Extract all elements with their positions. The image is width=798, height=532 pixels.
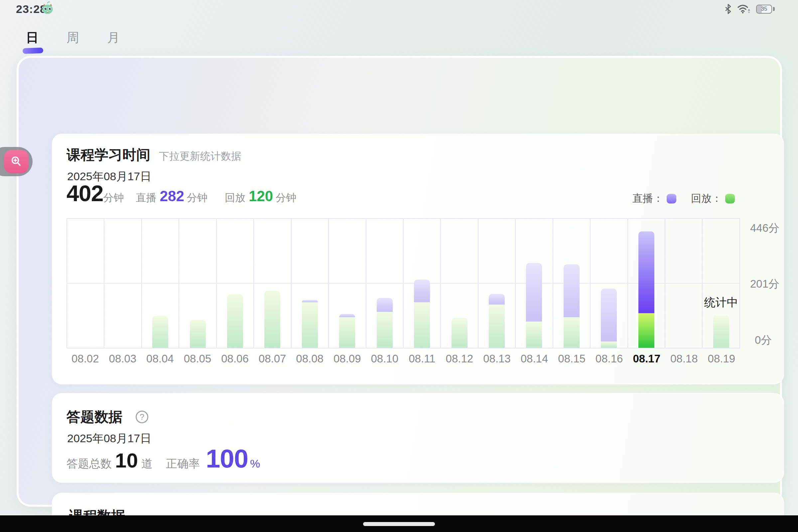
bar-segment-playback-08.09 [339,317,355,348]
bar-08.04[interactable] [152,316,168,348]
battery-percent: 35 [757,5,772,13]
legend-live-swatch [667,194,676,204]
bar-segment-playback-08.07 [264,291,280,348]
bar-segment-live-08.11 [414,280,430,302]
bar-segment-live-08.08 [302,300,318,302]
playback-label: 回放 [225,191,245,205]
bar-08.09[interactable] [339,314,355,348]
bar-segment-playback-08.05 [190,320,206,348]
legend-playback: 回放： [691,191,735,206]
bar-segment-playback-08.19 [713,316,729,348]
tab-month[interactable]: 月 [107,29,120,54]
y-tick-zero: 0分 [755,333,772,348]
x-label-08.19: 08.19 [703,353,740,365]
bar-08.17[interactable] [639,231,654,348]
x-label-08.17: 08.17 [628,353,665,365]
bar-segment-playback-08.11 [414,302,430,348]
home-indicator[interactable] [363,522,435,526]
active-tab-underline [23,48,43,54]
bar-08.11[interactable] [414,280,430,348]
answer-total-label: 答题总数 [66,456,112,472]
bar-segment-live-08.13 [489,294,505,304]
answer-stats-row: 答题总数 10 道 正确率 100 % [66,443,260,474]
bar-segment-playback-08.15 [564,317,580,348]
bar-segment-live-08.15 [564,264,580,317]
x-label-08.13: 08.13 [478,353,516,365]
bar-08.15[interactable] [564,264,580,348]
chart-legend: 直播： 回放： [632,191,735,206]
bar-segment-playback-08.12 [452,318,468,348]
tab-day[interactable]: 日 [26,29,39,54]
bluetooth-icon [724,4,732,14]
study-time-card: 课程学习时间 下拉更新统计数据 2025年08月17日 402 分钟 直播 28… [52,134,784,384]
bar-segment-playback-08.06 [227,294,243,348]
accuracy-value: 100 [206,443,248,474]
zoom-search-button[interactable] [4,150,28,173]
accuracy-unit: % [250,457,260,470]
bar-segment-playback-08.17 [639,313,654,348]
bar-segment-live-08.09 [339,314,355,317]
bar-segment-playback-08.16 [601,341,617,348]
x-label-08.08: 08.08 [291,353,328,365]
x-label-08.10: 08.10 [366,353,404,365]
bar-08.07[interactable] [264,291,280,348]
chart-plot: 统计中 [66,218,740,348]
x-label-08.16: 08.16 [590,353,628,365]
answer-data-card: 答题数据 ? 2025年08月17日 答题总数 10 道 正确率 100 % [52,393,784,483]
total-minutes-unit: 分钟 [103,191,124,205]
bar-08.10[interactable] [377,298,393,348]
accuracy-label: 正确率 [166,456,200,472]
y-tick-max: 446分 [750,221,779,236]
x-label-08.06: 08.06 [216,353,254,365]
live-label: 直播 [136,191,156,205]
system-nav-bar [0,515,798,532]
magnifier-plus-icon [10,155,23,168]
stats-panel: 课程学习时间 下拉更新统计数据 2025年08月17日 402 分钟 直播 28… [17,56,782,507]
bar-08.19[interactable] [713,316,729,348]
bar-segment-live-08.16 [601,289,617,341]
bar-segment-live-08.14 [526,263,542,322]
live-minutes-unit: 分钟 [187,191,208,205]
bar-segment-live-08.17 [639,231,654,313]
help-icon[interactable]: ? [136,411,148,423]
status-bar: 23:28 35 [0,0,798,20]
study-card-title: 课程学习时间 [66,146,150,164]
x-label-08.02: 08.02 [66,353,104,365]
x-label-08.04: 08.04 [141,353,179,365]
stats-in-progress-label: 统计中 [704,295,738,310]
tab-week[interactable]: 周 [66,29,79,54]
live-minutes-value: 282 [159,188,184,205]
total-minutes-value: 402 [66,180,103,206]
x-label-08.14: 08.14 [516,353,553,365]
bar-segment-playback-08.14 [526,322,542,348]
bar-segment-playback-08.10 [377,312,393,348]
study-totals-row: 402 分钟 直播 282 分钟 回放 120 分钟 [66,180,296,206]
bar-segment-live-08.10 [377,298,393,312]
x-label-08.18: 08.18 [665,353,703,365]
x-label-08.03: 08.03 [104,353,141,365]
playback-minutes-unit: 分钟 [276,191,296,205]
x-label-08.15: 08.15 [553,353,590,365]
bar-08.13[interactable] [489,294,505,348]
y-tick-mid: 201分 [750,277,779,291]
battery-nub [773,7,775,11]
bar-segment-playback-08.08 [302,302,318,348]
bar-08.05[interactable] [190,320,206,348]
x-label-08.05: 08.05 [179,353,216,365]
bar-08.12[interactable] [452,318,468,348]
legend-live: 直播： [632,191,676,206]
bar-08.06[interactable] [227,294,243,348]
legend-playback-swatch [725,194,735,204]
answer-total-unit: 道 [141,456,153,472]
x-label-08.09: 08.09 [328,353,366,365]
bar-08.14[interactable] [526,263,542,348]
floating-search-handle[interactable] [0,147,33,176]
x-label-08.12: 08.12 [441,353,478,365]
bar-segment-playback-08.04 [152,316,168,348]
x-label-08.11: 08.11 [403,353,441,365]
chart-y-axis: 446分 201分 0分 [746,218,786,348]
bar-08.08[interactable] [302,300,318,348]
answer-total-value: 10 [115,449,138,472]
chart-x-labels: 08.0208.0308.0408.0508.0608.0708.0808.09… [66,353,740,365]
bar-08.16[interactable] [601,289,617,348]
